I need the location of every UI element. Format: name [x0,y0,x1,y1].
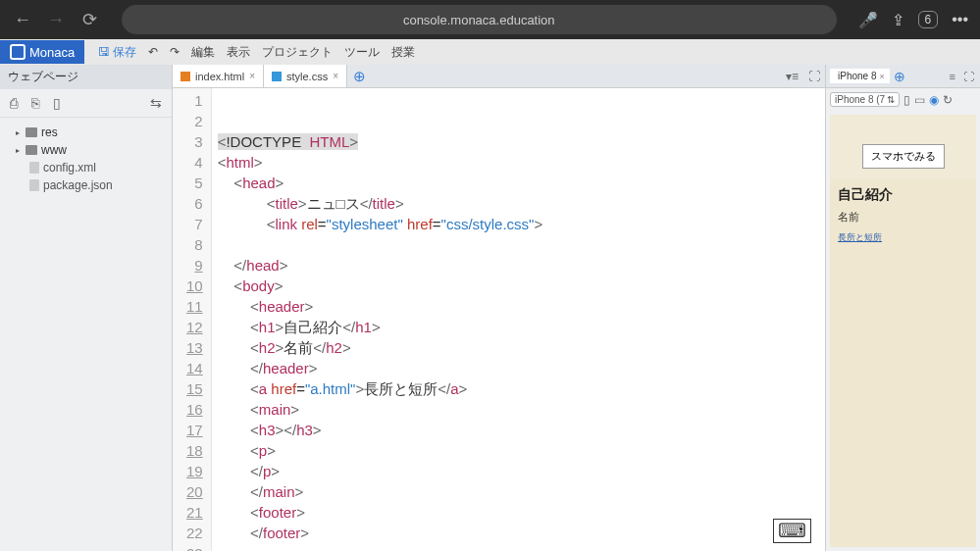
code-line[interactable]: <link rel="stylesheet" href="css/style.c… [218,214,819,234]
line-number: 16 [186,399,203,420]
close-icon[interactable]: × [333,71,338,81]
preview-refresh-icon[interactable]: ↻ [943,93,953,107]
code-line[interactable]: </head> [218,255,819,276]
line-number: 8 [186,234,203,255]
menu-project[interactable]: プロジェクト [262,44,333,61]
tree-file[interactable]: config.xml [4,159,168,176]
line-number: 13 [186,337,203,358]
close-icon[interactable]: × [249,71,255,81]
preview-content: 自己紹介 名前 長所と短所 [830,178,976,547]
line-number: 3 [186,131,203,152]
code-line[interactable]: <p> [218,440,819,461]
code-line[interactable]: </main> [218,481,819,502]
tab-split-icon[interactable]: ▾≡ [781,70,803,83]
line-number: 1 [186,90,203,111]
redo-button[interactable]: ↷ [170,45,180,59]
sidebar-icon-1[interactable]: ⎙ [10,95,18,111]
code-line[interactable]: </header> [218,358,819,378]
url-text: console.monaca.education [403,13,555,27]
sidebar-icon-collapse[interactable]: ⇆ [150,95,162,111]
sidebar-title: ウェブページ [0,65,172,89]
keyboard-icon[interactable]: ⌨ [773,519,811,543]
preview-viewport: スマホでみる 自己紹介 名前 長所と短所 [830,115,976,547]
undo-button[interactable]: ↶ [148,45,158,59]
folder-icon [26,127,37,137]
preview-h1: 自己紹介 [838,186,968,204]
add-preview-button[interactable]: ⊕ [894,69,905,84]
menu-tool[interactable]: ツール [344,44,380,61]
editor-area: index.html× style.css× ⊕ ▾≡ ⛶ 1234567891… [173,65,825,551]
preview-panel: iPhone 8× ⊕ ≡ ⛶ iPhone 8 (7⇅ ▯ ▭ ◉ ↻ スマホ… [825,65,980,551]
menu-edit[interactable]: 編集 [191,44,215,61]
code-line[interactable]: <header> [218,296,819,317]
sidebar-icon-3[interactable]: ▯ [53,95,61,111]
line-number: 23 [186,543,203,551]
code-line[interactable]: <html> [218,152,819,173]
code-line[interactable]: <head> [218,173,819,193]
line-number: 18 [186,440,203,461]
tab-index-html[interactable]: index.html× [173,65,264,87]
chevron-updown-icon: ⇅ [887,94,895,105]
file-icon [29,179,39,191]
preview-tab[interactable]: iPhone 8× [830,69,890,83]
menu-lesson[interactable]: 授業 [391,44,415,61]
tree-folder[interactable]: res [4,124,168,141]
line-number: 14 [186,358,203,378]
device-selector[interactable]: iPhone 8 (7⇅ [830,92,900,107]
editor-tabs: index.html× style.css× ⊕ ▾≡ ⛶ [173,65,825,88]
share-icon[interactable]: ⇪ [892,11,904,29]
code-line[interactable]: <h1>自己紹介</h1> [218,317,819,337]
tree-file[interactable]: package.json [4,176,168,194]
tab-style-css[interactable]: style.css× [264,65,347,87]
line-number: 15 [186,378,203,399]
more-icon[interactable]: ••• [952,11,968,28]
sidebar-icon-2[interactable]: ⎘ [31,95,39,111]
orientation-landscape-icon[interactable]: ▭ [914,93,925,107]
line-number: 10 [186,276,203,296]
folder-icon [26,145,37,155]
code-line[interactable]: <h3></h3> [218,420,819,440]
browser-toolbar: ← → ⟳ console.monaca.education 🎤 ⇪ 6 ••• [0,0,980,39]
preview-link[interactable]: 長所と短所 [838,232,882,242]
code-line[interactable]: <title>ニュ□ス</title> [218,193,819,214]
code-line[interactable] [218,234,819,255]
preview-settings-icon[interactable]: ◉ [929,93,939,107]
code-editor[interactable]: 1234567891011121314151617181920212223 <!… [173,88,825,551]
html-file-icon [181,72,190,81]
tabs-count[interactable]: 6 [918,11,939,28]
file-tree: reswwwconfig.xmlpackage.json [0,118,172,200]
mic-icon[interactable]: 🎤 [858,11,878,29]
line-number: 12 [186,317,203,337]
code-line[interactable]: <main> [218,399,819,420]
line-number: 4 [186,152,203,173]
code-line[interactable]: <!DOCTYPE HTML> [218,131,819,152]
save-button[interactable]: 保存 [98,44,136,61]
code-line[interactable]: </footer> [218,523,819,543]
code-line[interactable]: <footer> [218,502,819,523]
line-number: 5 [186,173,203,193]
sidebar: ウェブページ ⎙ ⎘ ▯ ⇆ reswwwconfig.xmlpackage.j… [0,65,173,551]
line-number: 19 [186,461,203,481]
forward-button[interactable]: → [45,10,67,30]
code-line[interactable] [218,543,819,551]
code-line[interactable]: <h2>名前</h2> [218,337,819,358]
add-tab-button[interactable]: ⊕ [347,68,372,85]
line-number: 11 [186,296,203,317]
preview-expand-icon[interactable]: ⛶ [961,71,976,82]
tree-folder[interactable]: www [4,141,168,159]
orientation-portrait-icon[interactable]: ▯ [903,93,910,107]
smartphone-view-button[interactable]: スマホでみる [862,144,945,169]
code-line[interactable]: <body> [218,276,819,296]
code-lines[interactable]: <!DOCTYPE HTML><html> <head> <title>ニュ□ス… [212,88,825,551]
close-icon[interactable]: × [879,72,884,81]
line-number: 22 [186,523,203,543]
brand-logo: Monaca [0,40,84,64]
menu-view[interactable]: 表示 [227,44,250,61]
url-bar[interactable]: console.monaca.education [122,5,837,34]
code-line[interactable]: </p> [218,461,819,481]
preview-split-icon[interactable]: ≡ [948,71,957,82]
reload-button[interactable]: ⟳ [78,9,100,30]
code-line[interactable]: <a href="a.html">長所と短所</a> [218,378,819,399]
back-button[interactable]: ← [12,10,33,30]
tab-expand-icon[interactable]: ⛶ [803,70,825,83]
